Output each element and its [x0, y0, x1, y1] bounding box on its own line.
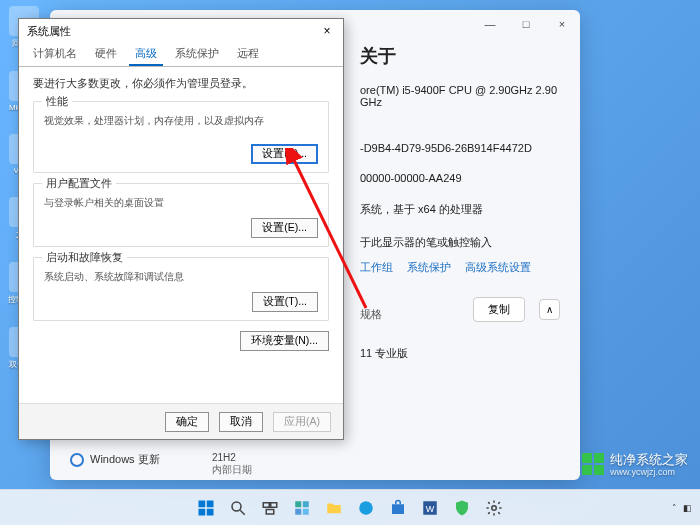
link-domain[interactable]: 工作组: [360, 260, 393, 275]
svg-rect-4: [207, 508, 214, 515]
svg-rect-2: [207, 500, 214, 507]
group-desc: 与登录帐户相关的桌面设置: [44, 196, 318, 210]
svg-point-14: [359, 501, 373, 515]
expand-button[interactable]: ∧: [539, 299, 560, 320]
watermark: 纯净系统之家 www.ycwjzj.com: [582, 451, 688, 477]
admin-hint: 要进行大多数更改，你必须作为管理员登录。: [33, 77, 329, 91]
apply-button[interactable]: 应用(A): [273, 412, 331, 432]
link-advanced-settings[interactable]: 高级系统设置: [465, 260, 531, 275]
performance-settings-button[interactable]: 设置(S)...: [251, 144, 318, 164]
spec-system-type: 系统，基于 x64 的处理器: [360, 202, 560, 217]
svg-rect-11: [303, 501, 309, 507]
search-icon[interactable]: [225, 495, 251, 521]
copy-button[interactable]: 复制: [473, 297, 525, 322]
brand-name: 纯净系统之家: [610, 452, 688, 467]
security-icon[interactable]: [449, 495, 475, 521]
group-performance: 性能 视觉效果，处理器计划，内存使用，以及虚拟内存 设置(S)...: [33, 101, 329, 173]
spec-product-id: 00000-00000-AA249: [360, 172, 560, 184]
minimize-button[interactable]: —: [478, 18, 502, 30]
sidebar-item-label: Windows 更新: [90, 452, 160, 467]
svg-rect-9: [266, 509, 274, 514]
system-tray[interactable]: ˄ ◧: [672, 503, 692, 513]
start-icon[interactable]: [193, 495, 219, 521]
store-icon[interactable]: [385, 495, 411, 521]
svg-rect-10: [295, 501, 301, 507]
dialog-title: 系统属性: [27, 24, 71, 39]
group-user-profiles: 用户配置文件 与登录帐户相关的桌面设置 设置(E)...: [33, 183, 329, 247]
svg-rect-1: [199, 500, 206, 507]
svg-line-6: [240, 510, 245, 515]
dialog-tabs: 计算机名 硬件 高级 系统保护 远程: [19, 43, 343, 67]
tab-advanced[interactable]: 高级: [129, 43, 163, 66]
related-links: 工作组 系统保护 高级系统设置: [360, 260, 560, 275]
tray-chevron-icon[interactable]: ˄: [672, 503, 677, 513]
spec-cpu: ore(TM) i5-9400F CPU @ 2.90GHz 2.90 GHz: [360, 84, 560, 108]
brand-logo-icon: [582, 453, 604, 475]
group-title: 用户配置文件: [42, 177, 116, 191]
maximize-button[interactable]: □: [514, 18, 538, 30]
spec-edition: 11 专业版: [360, 346, 560, 361]
system-properties-dialog: 系统属性 × 计算机名 硬件 高级 系统保护 远程 要进行大多数更改，你必须作为…: [18, 18, 344, 440]
settings-icon[interactable]: [481, 495, 507, 521]
edge-icon[interactable]: [353, 495, 379, 521]
widgets-icon[interactable]: [289, 495, 315, 521]
svg-point-5: [232, 502, 241, 511]
tab-hardware[interactable]: 硬件: [89, 43, 123, 66]
svg-rect-8: [271, 502, 277, 507]
svg-point-18: [492, 505, 497, 510]
close-button[interactable]: ×: [550, 18, 574, 30]
user-profiles-settings-button[interactable]: 设置(E)...: [251, 218, 318, 238]
group-startup-recovery: 启动和故障恢复 系统启动、系统故障和调试信息 设置(T)...: [33, 257, 329, 321]
refresh-icon: [70, 453, 84, 467]
svg-rect-12: [295, 508, 301, 514]
dialog-body: 要进行大多数更改，你必须作为管理员登录。 性能 视觉效果，处理器计划，内存使用，…: [19, 67, 343, 367]
close-icon[interactable]: ×: [317, 24, 337, 38]
spec-pen-touch: 于此显示器的笔或触控输入: [360, 235, 560, 250]
explorer-icon[interactable]: [321, 495, 347, 521]
dialog-footer: 确定 取消 应用(A): [19, 403, 343, 439]
brand-url: www.ycwjzj.com: [610, 467, 688, 477]
svg-rect-3: [199, 508, 206, 515]
tray-network-icon[interactable]: ◧: [683, 503, 692, 513]
svg-rect-15: [392, 504, 404, 514]
sidebar-item-windows-update[interactable]: Windows 更新: [70, 452, 160, 467]
word-icon[interactable]: W: [417, 495, 443, 521]
ok-button[interactable]: 确定: [165, 412, 209, 432]
svg-rect-7: [263, 502, 269, 507]
group-title: 启动和故障恢复: [42, 251, 127, 265]
svg-rect-13: [303, 508, 309, 514]
cancel-button[interactable]: 取消: [219, 412, 263, 432]
taskview-icon[interactable]: [257, 495, 283, 521]
svg-text:W: W: [426, 503, 435, 513]
tab-system-protection[interactable]: 系统保护: [169, 43, 225, 66]
tab-computer-name[interactable]: 计算机名: [27, 43, 83, 66]
spec-heading: 规格: [360, 307, 382, 322]
tab-remote[interactable]: 远程: [231, 43, 265, 66]
taskbar: W ˄ ◧: [0, 489, 700, 525]
group-desc: 视觉效果，处理器计划，内存使用，以及虚拟内存: [44, 114, 318, 128]
group-title: 性能: [42, 95, 72, 109]
spec-device-id: -D9B4-4D79-95D6-26B914F4472D: [360, 142, 560, 154]
dialog-titlebar: 系统属性 ×: [19, 19, 343, 43]
group-desc: 系统启动、系统故障和调试信息: [44, 270, 318, 284]
spec-version: 21H2 内部日期: [212, 452, 252, 477]
environment-variables-button[interactable]: 环境变量(N)...: [240, 331, 329, 351]
link-system-protection[interactable]: 系统保护: [407, 260, 451, 275]
startup-settings-button[interactable]: 设置(T)...: [252, 292, 318, 312]
